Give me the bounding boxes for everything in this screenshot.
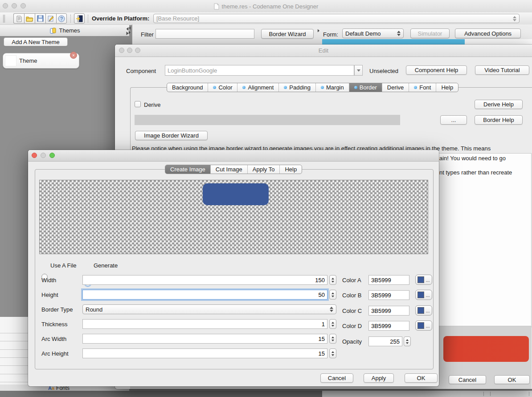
- arc-width-stepper[interactable]: [329, 334, 336, 344]
- panel-scroll-right-icon[interactable]: [129, 31, 131, 34]
- edit-zoom-button[interactable]: [135, 48, 140, 53]
- tab-margin[interactable]: Margin: [316, 83, 349, 92]
- video-tutorial-button[interactable]: Video Tutorial: [475, 65, 529, 75]
- wizard-ok-button[interactable]: OK: [405, 373, 438, 383]
- derive-help-button[interactable]: Derive Help: [475, 100, 523, 109]
- save-icon: [37, 15, 44, 22]
- wizard-apply-button[interactable]: Apply: [364, 373, 394, 383]
- component-combo-input[interactable]: [165, 65, 354, 76]
- color-b-input[interactable]: [368, 290, 409, 300]
- color-c-input[interactable]: [368, 306, 409, 316]
- advanced-options-button[interactable]: Advanced Options: [455, 28, 521, 38]
- tab-border[interactable]: Border: [349, 83, 382, 92]
- derive-checkbox[interactable]: [135, 101, 141, 107]
- grip-line-3: [529, 392, 529, 396]
- new-document-button[interactable]: [13, 13, 24, 24]
- component-help-label: Component Help: [415, 67, 458, 73]
- theme-tab-item[interactable]: Theme ×: [3, 53, 79, 69]
- component-combo-arrow[interactable]: [354, 65, 363, 76]
- panel-scroll-left-icon[interactable]: [129, 27, 131, 30]
- height-input[interactable]: [82, 290, 327, 300]
- tab-color[interactable]: Color: [208, 83, 237, 92]
- form-label: Form:: [323, 31, 338, 38]
- color-d-input[interactable]: [368, 321, 409, 331]
- edit-minimize-button[interactable]: [127, 48, 132, 53]
- derive-checkbox-label: Derive: [144, 101, 161, 108]
- tab-cut-image[interactable]: Cut Image: [211, 165, 248, 174]
- wizard-notice-fragment2: ain! You would need to go: [439, 155, 506, 162]
- unselected-label: Unselected: [369, 68, 398, 74]
- border-help-button[interactable]: Border Help: [475, 115, 523, 125]
- wizard-cancel-button[interactable]: Cancel: [320, 373, 353, 383]
- arc-height-stepper[interactable]: [329, 348, 336, 358]
- themes-panel-header[interactable]: Themes: [0, 24, 129, 36]
- edit-cancel-button[interactable]: Cancel: [449, 375, 486, 384]
- tab-derive[interactable]: Derive: [382, 83, 409, 92]
- simulator-button[interactable]: Simulator: [410, 28, 450, 38]
- zoom-window-button[interactable]: [20, 3, 26, 8]
- close-window-button[interactable]: [3, 3, 8, 8]
- color-a-picker-button[interactable]: ...: [415, 275, 432, 285]
- tab-background[interactable]: Background: [167, 83, 208, 92]
- use-a-file-label: Use A File: [50, 262, 77, 269]
- edit-button[interactable]: [45, 13, 56, 24]
- edit-ok-button[interactable]: OK: [494, 375, 530, 384]
- arc-width-input[interactable]: [82, 334, 327, 344]
- edit-close-button[interactable]: [119, 48, 124, 53]
- add-theme-button[interactable]: Add A New Theme: [4, 37, 68, 46]
- tab-help[interactable]: Help: [436, 83, 458, 92]
- thickness-input[interactable]: [82, 319, 327, 329]
- tab-padding[interactable]: Padding: [279, 83, 316, 92]
- import-button[interactable]: [74, 13, 85, 24]
- filter-label: Filter: [141, 31, 154, 38]
- width-input[interactable]: [82, 275, 327, 285]
- border-wizard-button[interactable]: Border Wizard: [261, 29, 314, 39]
- tab-label: Padding: [289, 84, 311, 91]
- color-b-picker-button[interactable]: ...: [415, 290, 432, 300]
- add-theme-label: Add A New Theme: [12, 39, 59, 45]
- tab-font[interactable]: Font: [409, 83, 436, 92]
- tab-create-image[interactable]: Create Image: [165, 165, 211, 174]
- arc-height-input[interactable]: [82, 348, 327, 358]
- wizard-minimize-button[interactable]: [41, 153, 46, 158]
- color-d-picker-button[interactable]: ...: [415, 320, 432, 331]
- override-platform-value: [Base Resource]: [156, 15, 199, 22]
- help-button[interactable]: ?: [56, 13, 67, 24]
- border-more-button[interactable]: ...: [440, 115, 467, 125]
- window-title: theme.res - Codename One Designer: [222, 3, 319, 10]
- filter-input[interactable]: [156, 29, 254, 39]
- tab-alignment[interactable]: Alignment: [237, 83, 279, 92]
- border-type-select[interactable]: Round: [82, 304, 336, 314]
- thickness-stepper[interactable]: [329, 319, 336, 329]
- close-theme-icon[interactable]: ×: [70, 52, 77, 59]
- image-border-wizard-button[interactable]: Image Border Wizard: [135, 131, 208, 140]
- tab-wizard-help[interactable]: Help: [280, 165, 302, 174]
- main-titlebar: theme.res - Codename One Designer: [0, 0, 532, 13]
- wizard-close-button[interactable]: [32, 153, 37, 158]
- form-select-arrows-icon: [397, 31, 401, 36]
- border-value-bar: [135, 115, 400, 125]
- color-c-picker-button[interactable]: ...: [415, 305, 432, 316]
- tab-label: Alignment: [248, 84, 274, 91]
- wizard-zoom-button[interactable]: [49, 153, 55, 158]
- height-stepper[interactable]: [329, 290, 336, 300]
- save-button[interactable]: [35, 13, 45, 24]
- override-platform-select[interactable]: [Base Resource]: [153, 14, 520, 23]
- open-button[interactable]: [24, 13, 35, 24]
- color-a-input[interactable]: [368, 275, 409, 285]
- toolbar-drag-handle[interactable]: [3, 15, 5, 23]
- form-select[interactable]: Default Demo: [342, 28, 404, 38]
- opacity-stepper[interactable]: [404, 336, 411, 346]
- main-toolbar: ? Override In Platform: [Base Resource]: [0, 12, 532, 25]
- component-help-button[interactable]: Component Help: [406, 65, 467, 75]
- minimize-window-button[interactable]: [12, 3, 17, 8]
- form-scroll-icon[interactable]: [318, 29, 319, 32]
- opacity-input[interactable]: [368, 336, 402, 346]
- tab-label: Font: [419, 84, 431, 91]
- width-stepper[interactable]: [329, 275, 336, 285]
- scroll-left-icon[interactable]: [127, 27, 129, 31]
- component-label: Component: [126, 68, 156, 74]
- scroll-right-icon[interactable]: [127, 32, 129, 35]
- edit-titlebar: Edit: [115, 45, 532, 57]
- tab-apply-to[interactable]: Apply To: [248, 165, 280, 174]
